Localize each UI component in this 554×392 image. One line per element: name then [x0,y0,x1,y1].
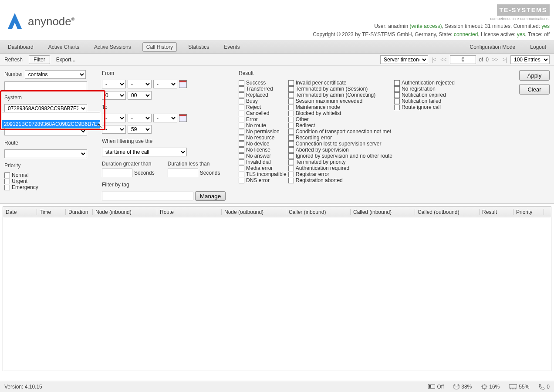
checkbox[interactable] [239,111,244,116]
nav-config-mode[interactable]: Configuration Mode [466,42,519,52]
checkbox[interactable] [239,80,244,86]
system-dropdown-option[interactable]: 209121BC07289368AC0982CC9B6B7E3E [2,120,100,128]
th-time[interactable]: Time [37,209,66,215]
nav-item-active-sessions[interactable]: Active Sessions [91,42,135,52]
from-min[interactable]: 00 [128,91,152,100]
checkbox[interactable] [288,123,294,128]
checkbox[interactable] [394,98,400,104]
to-min[interactable]: 59 [128,125,152,134]
calendar-icon[interactable] [179,80,187,88]
dur-lt-input[interactable] [168,169,198,177]
to-year[interactable]: - [102,114,126,122]
checkbox[interactable] [239,86,244,92]
checkbox[interactable] [239,172,244,177]
pager-first-icon[interactable]: |< [431,57,437,63]
checkbox[interactable] [288,92,294,98]
checkbox[interactable] [288,80,294,86]
number-input[interactable] [4,81,87,90]
checkbox[interactable] [288,129,294,135]
checkbox[interactable] [4,172,10,178]
checkbox[interactable] [239,153,244,159]
checkbox[interactable] [288,135,294,141]
dur-gt-input[interactable] [102,169,132,177]
result-label: Result [239,70,513,76]
th-called-inbound-[interactable]: Called (inbound) [351,209,415,215]
nav-item-active-charts[interactable]: Active Charts [45,42,83,52]
checkbox[interactable] [288,159,294,165]
checkbox[interactable] [394,105,400,110]
calendar-icon[interactable] [179,114,187,122]
checkbox[interactable] [288,166,294,171]
checkbox[interactable] [239,135,244,141]
checkbox[interactable] [288,105,294,110]
checkbox[interactable] [239,117,244,122]
export-link[interactable]: Export... [56,57,76,63]
checkbox[interactable] [239,129,244,135]
checkbox[interactable] [239,178,244,183]
checkbox[interactable] [394,80,400,86]
from-month[interactable]: - [128,80,152,88]
checkbox[interactable] [288,98,294,104]
refresh-link[interactable]: Refresh [4,57,23,63]
checkbox[interactable] [288,111,294,116]
nav-logout[interactable]: Logout [527,42,550,52]
th-caller-inbound-[interactable]: Caller (inbound) [286,209,351,215]
to-month[interactable]: - [128,114,152,122]
checkbox[interactable] [4,185,10,190]
from-year[interactable]: - [102,80,126,88]
checkbox[interactable] [288,172,294,177]
pager-prev-icon[interactable]: << [439,57,447,63]
checkbox[interactable] [288,141,294,147]
checkbox[interactable] [239,141,244,147]
apply-button[interactable]: Apply [519,70,550,81]
nav-item-call-history[interactable]: Call History [142,42,177,52]
checkbox[interactable] [239,166,244,171]
th-duration[interactable]: Duration [66,209,93,215]
checkbox[interactable] [288,153,294,159]
when-select[interactable]: starttime of the call [102,148,187,156]
pager-page-input[interactable] [450,55,476,64]
checkbox[interactable] [288,147,294,153]
disk-icon [453,384,459,390]
pager-next-icon[interactable]: >> [491,57,499,63]
to-hour[interactable]: - [102,125,126,134]
checkbox[interactable] [239,147,244,153]
th-called-outbound-[interactable]: Called (outbound) [415,209,480,215]
checkbox[interactable] [239,105,244,110]
checkbox[interactable] [239,92,244,98]
checkbox[interactable] [394,92,400,98]
from-hour[interactable]: 0 [102,91,126,100]
clear-button[interactable]: Clear [519,84,550,95]
checkbox[interactable] [394,86,400,92]
to-day[interactable]: - [153,114,177,122]
th-node-inbound-[interactable]: Node (inbound) [93,209,157,215]
from-day[interactable]: - [153,80,177,88]
checkbox[interactable] [239,159,244,165]
checkbox[interactable] [4,179,10,184]
nav-item-events[interactable]: Events [220,42,243,52]
checkbox[interactable] [239,123,244,128]
nav-item-dashboard[interactable]: Dashboard [4,42,37,52]
th-result[interactable]: Result [480,209,513,215]
checkbox[interactable] [239,98,244,104]
nav-item-statistics[interactable]: Statistics [185,42,213,52]
version-label: Version: 4.10.15 [4,384,42,390]
th-date[interactable]: Date [3,209,37,215]
checkbox[interactable] [288,86,294,92]
number-op-select[interactable]: contains [25,70,86,79]
entries-select[interactable]: 100 Entries [510,55,550,64]
manage-button[interactable]: Manage [195,191,226,201]
tag-input[interactable] [102,192,193,200]
th-priority[interactable]: Priority [513,209,544,215]
route-select[interactable] [4,149,87,158]
system-dropdown-list[interactable]: 209121BC07289368AC0982CC9B6B7E3E [2,112,100,128]
checkbox[interactable] [288,178,294,183]
system-select[interactable]: 07289368AC0982CC9B6B7E3E [4,104,87,113]
pager-last-icon[interactable]: >| [502,57,508,63]
th-node-outbound-[interactable]: Node (outbound) [222,209,286,215]
checkbox[interactable] [288,117,294,122]
timezone-select[interactable]: Server timezone [380,55,428,64]
th-route[interactable]: Route [157,209,222,215]
dur-gt-label: Duration greater than [102,161,155,167]
filter-button[interactable]: Filter [29,55,50,64]
